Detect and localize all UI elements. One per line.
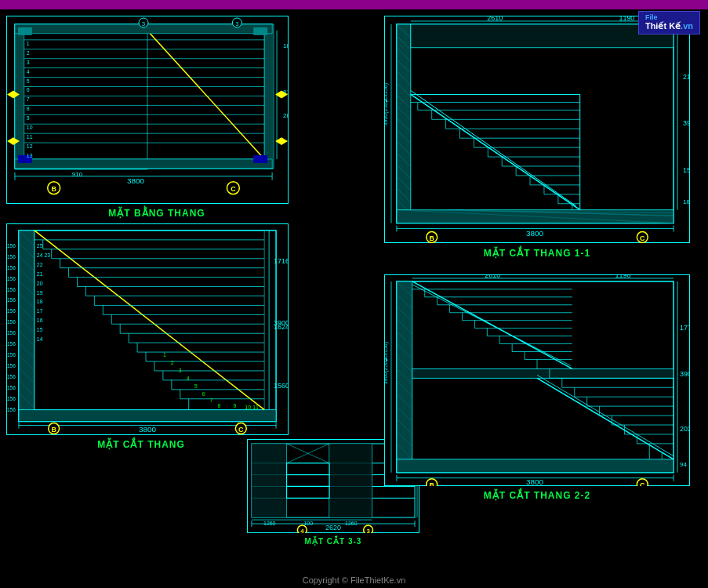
svg-text:3: 3 (366, 528, 370, 533)
svg-text:3900(25bậcx156): 3900(25bậcx156) (385, 83, 389, 125)
svg-text:3800: 3800 (526, 229, 544, 238)
svg-text:1778: 1778 (680, 324, 689, 332)
svg-text:18: 18 (37, 299, 43, 304)
svg-text:3900: 3900 (683, 119, 689, 127)
svg-rect-23 (253, 155, 267, 163)
svg-text:B: B (429, 481, 434, 486)
svg-text:20: 20 (37, 281, 43, 286)
svg-text:1: 1 (163, 352, 166, 358)
svg-text:24 23: 24 23 (37, 252, 51, 258)
svg-text:4: 4 (300, 528, 304, 533)
svg-rect-278 (397, 281, 412, 473)
svg-text:2: 2 (27, 50, 30, 56)
svg-rect-250 (252, 444, 287, 517)
svg-text:4: 4 (27, 69, 30, 74)
svg-text:3900(25bậcx156): 3900(25bậcx156) (385, 342, 389, 384)
panel-mat-cat: 25 24 23 22 21 20 19 18 17 16 15 14 156 … (6, 223, 289, 435)
panel-mat-cat-11: 2610 1190 2184 1560 186 3900 3900(25bậcx… (384, 16, 690, 243)
svg-rect-294 (397, 459, 674, 473)
svg-text:11: 11 (252, 405, 259, 410)
svg-text:15: 15 (37, 327, 43, 332)
svg-line-179 (34, 230, 264, 410)
svg-text:100: 100 (304, 521, 314, 526)
svg-text:21: 21 (37, 271, 43, 277)
svg-text:156: 156 (7, 407, 16, 412)
svg-rect-134 (19, 230, 34, 422)
svg-text:156: 156 (7, 287, 16, 292)
svg-text:7: 7 (210, 397, 213, 403)
svg-text:1190: 1190 (619, 16, 634, 22)
svg-rect-253 (287, 475, 329, 487)
svg-text:13: 13 (27, 153, 33, 158)
label-mat-cat-11: MẶT CẮT THANG 1-1 (384, 248, 690, 259)
label-small-section: MẶT CẮT 3-3 (247, 537, 419, 546)
svg-text:B: B (51, 426, 56, 434)
svg-text:1: 1 (27, 41, 30, 46)
svg-text:3900: 3900 (680, 370, 689, 378)
svg-text:17: 17 (37, 308, 43, 314)
label-mat-cat: MẶT CẮT THANG (39, 439, 243, 450)
panel-mat-bang: 1 2 3 4 5 6 7 8 9 10 11 12 13 3800 810 (6, 16, 289, 204)
svg-text:156: 156 (7, 341, 16, 347)
svg-rect-0 (15, 24, 272, 169)
svg-text:156: 156 (7, 276, 16, 281)
svg-text:B: B (429, 234, 434, 242)
svg-rect-1 (23, 31, 264, 159)
svg-text:C: C (640, 481, 645, 486)
svg-text:3800: 3800 (139, 425, 157, 434)
label-mat-cat-22: MẶT CẮT THANG 2-2 (384, 490, 690, 501)
svg-text:5: 5 (27, 78, 30, 84)
svg-rect-21 (253, 27, 267, 35)
svg-text:1716: 1716 (274, 257, 288, 265)
svg-text:5: 5 (194, 383, 198, 389)
svg-rect-254 (287, 486, 329, 498)
logo: File Thiết Kế.vn (638, 11, 700, 34)
svg-text:9: 9 (233, 403, 236, 408)
svg-rect-251 (329, 444, 372, 517)
svg-rect-150 (19, 410, 276, 422)
panel-mat-cat-22: 2610 1190 1778 2026 94 3900 3900(25bậcx1… (384, 274, 690, 486)
svg-text:3900: 3900 (274, 319, 288, 327)
svg-text:186: 186 (683, 198, 689, 205)
svg-text:8: 8 (27, 106, 30, 111)
svg-text:19: 19 (37, 290, 43, 296)
svg-text:1190: 1190 (615, 275, 630, 279)
svg-text:1260: 1260 (263, 521, 276, 526)
svg-line-335 (537, 378, 674, 459)
svg-rect-17 (264, 24, 274, 169)
svg-text:94: 94 (680, 461, 687, 468)
svg-text:1800: 1800 (283, 42, 288, 49)
svg-text:2026: 2026 (680, 425, 689, 433)
svg-line-15 (147, 31, 264, 159)
svg-text:3: 3 (179, 368, 182, 373)
svg-text:14: 14 (37, 336, 43, 342)
svg-rect-252 (287, 463, 329, 475)
svg-rect-87 (411, 24, 674, 48)
svg-text:156: 156 (7, 352, 16, 358)
svg-text:156: 156 (7, 243, 16, 249)
svg-text:3: 3 (27, 60, 30, 65)
svg-text:B: B (51, 185, 56, 193)
svg-line-84 (411, 94, 580, 209)
svg-line-336 (412, 285, 571, 365)
svg-text:2610: 2610 (487, 16, 503, 22)
svg-text:1560: 1560 (274, 382, 288, 390)
svg-text:156: 156 (7, 254, 16, 260)
svg-line-296 (412, 281, 572, 368)
svg-text:25: 25 (37, 243, 43, 249)
svg-text:10: 10 (245, 405, 251, 410)
svg-text:22: 22 (37, 262, 43, 267)
svg-text:3: 3 (142, 20, 146, 27)
svg-rect-20 (18, 27, 32, 35)
svg-text:1560: 1560 (683, 166, 689, 174)
svg-text:156: 156 (7, 330, 16, 336)
svg-text:1260: 1260 (345, 521, 358, 526)
svg-text:156: 156 (7, 374, 16, 379)
svg-text:3: 3 (235, 20, 239, 27)
svg-rect-19 (15, 159, 272, 169)
top-banner (0, 0, 708, 9)
svg-text:C: C (231, 185, 236, 193)
svg-text:C: C (640, 234, 645, 242)
svg-text:9: 9 (27, 115, 30, 121)
svg-text:156: 156 (7, 308, 16, 314)
